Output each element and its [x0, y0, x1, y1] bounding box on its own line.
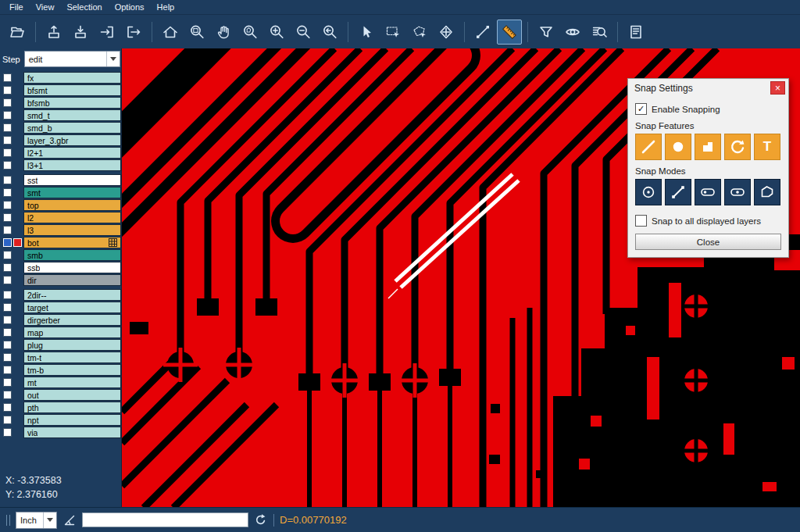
layer-name-cell[interactable]: l2 [23, 212, 121, 223]
snap-all-layers-checkbox[interactable] [635, 215, 647, 227]
layer-name-cell[interactable]: layer_3.gbr [23, 134, 121, 146]
layer-visibility-checkbox[interactable] [3, 238, 12, 247]
home-view-button[interactable] [158, 20, 183, 45]
open-folder-button[interactable] [5, 20, 30, 45]
snap-feature-arc-button[interactable] [724, 134, 751, 160]
layer-row-npt[interactable]: npt [0, 414, 121, 426]
menu-selection[interactable]: Selection [60, 2, 108, 12]
layer-visibility-checkbox[interactable] [3, 276, 12, 284]
layer-visibility-checkbox[interactable] [3, 263, 12, 272]
step-select-arrow[interactable] [106, 52, 120, 66]
snap-dialog-titlebar[interactable]: Snap Settings × [628, 79, 788, 97]
layer-row-plug[interactable]: plug [0, 339, 121, 351]
layer-visibility-checkbox[interactable] [3, 378, 12, 387]
layer-visibility-checkbox[interactable] [3, 303, 12, 312]
layer-name-cell[interactable]: target [23, 302, 121, 313]
menu-view[interactable]: View [30, 2, 61, 12]
layer-visibility-checkbox[interactable] [3, 428, 12, 437]
layer-visibility-checkbox[interactable] [3, 251, 12, 259]
layer-visibility-checkbox[interactable] [3, 86, 12, 95]
layer-row-pth[interactable]: pth [0, 402, 121, 413]
layer-name-cell[interactable]: l2+1 [23, 147, 121, 159]
layer-visibility-checkbox[interactable] [3, 341, 12, 349]
layer-name-cell[interactable]: bot [23, 237, 121, 248]
layer-visibility-checkbox[interactable] [3, 73, 12, 82]
layer-name-cell[interactable]: smd_t [23, 109, 121, 121]
layer-name-cell[interactable]: smt [23, 187, 121, 198]
layer-row-sst[interactable]: sst [0, 174, 121, 186]
layer-name-cell[interactable]: via [23, 427, 121, 438]
pan-hand-button[interactable] [211, 20, 236, 45]
snap-mode-slot-left-button[interactable] [695, 179, 721, 205]
layer-visibility-checkbox[interactable] [3, 403, 12, 412]
layer-row-fx[interactable]: fx [0, 72, 121, 84]
layer-visibility-checkbox[interactable] [3, 291, 12, 299]
layer-name-cell[interactable]: mt [23, 377, 121, 388]
snap-mode-outline-button[interactable] [754, 179, 780, 205]
menu-options[interactable]: Options [109, 2, 151, 12]
layer-visibility-checkbox[interactable] [3, 328, 12, 337]
layer-name-cell[interactable]: smb [23, 249, 121, 261]
layer-row-bot[interactable]: bot [0, 237, 121, 248]
zoom-polygon-button[interactable] [238, 20, 262, 45]
step-select[interactable]: edit [24, 51, 120, 67]
layer-visibility-checkbox[interactable] [3, 416, 12, 424]
layer-visibility-checkbox[interactable] [3, 353, 12, 362]
zoom-back-button[interactable] [317, 20, 342, 45]
visibility-button[interactable] [560, 20, 585, 45]
layer-visibility-checkbox[interactable] [3, 213, 12, 222]
enable-snapping-checkbox[interactable]: ✓ [635, 103, 647, 115]
layer-name-cell[interactable]: tm-b [23, 364, 121, 376]
layer-name-cell[interactable]: pth [23, 402, 121, 413]
layer-visibility-checkbox[interactable] [3, 98, 12, 107]
layer-row-smt[interactable]: smt [0, 187, 121, 198]
layer-row-target[interactable]: target [0, 302, 121, 313]
find-text-button[interactable] [587, 20, 612, 45]
layer-visibility-checkbox[interactable] [3, 366, 12, 374]
layer-row-out[interactable]: out [0, 389, 121, 401]
unit-select[interactable]: Inch [16, 512, 57, 529]
ruler-button[interactable] [497, 20, 522, 45]
angle-measure-icon[interactable] [62, 513, 77, 527]
layer-name-cell[interactable]: npt [23, 414, 121, 426]
layer-row-layer_3.gbr[interactable]: layer_3.gbr [0, 134, 121, 146]
layer-visibility-checkbox[interactable] [3, 123, 12, 132]
snap-feature-corner-button[interactable] [695, 134, 721, 160]
layer-row-smd_b[interactable]: smd_b [0, 122, 121, 134]
select-cursor-button[interactable] [354, 20, 379, 45]
layer-row-via[interactable]: via [0, 427, 121, 438]
layer-name-cell[interactable]: sst [23, 174, 121, 186]
measure-input[interactable] [82, 512, 248, 527]
layer-row-smd_t[interactable]: smd_t [0, 109, 121, 121]
layer-row-tm-t[interactable]: tm-t [0, 352, 121, 363]
layer-visibility-checkbox[interactable] [3, 136, 12, 145]
layer-visibility-checkbox[interactable] [3, 176, 12, 184]
layer-row-bfsmt[interactable]: bfsmt [0, 84, 121, 96]
zoom-window-button[interactable] [184, 20, 209, 45]
layer-visibility-checkbox[interactable] [3, 391, 12, 399]
layer-visibility-checkbox[interactable] [3, 188, 12, 197]
snap-feature-pad-button[interactable] [665, 134, 691, 160]
layer-visibility-checkbox[interactable] [3, 111, 12, 120]
layer-visibility-checkbox[interactable] [3, 201, 12, 209]
report-button[interactable] [623, 20, 648, 45]
snap-dialog-close-button[interactable]: Close [635, 234, 781, 250]
import-left-button[interactable] [95, 20, 120, 45]
unit-select-arrow[interactable] [43, 512, 56, 528]
layer-row-l3+1[interactable]: l3+1 [0, 159, 121, 171]
select-rectangle-button[interactable] [380, 20, 405, 45]
layer-row-tm-b[interactable]: tm-b [0, 364, 121, 376]
layer-name-cell[interactable]: l3 [23, 224, 121, 236]
layer-row-smb[interactable]: smb [0, 249, 121, 261]
zoom-out-button[interactable] [291, 20, 316, 45]
layer-visibility-checkbox[interactable] [3, 161, 12, 170]
layer-name-cell[interactable]: fx [23, 72, 121, 84]
layer-name-cell[interactable]: bfsmb [23, 97, 121, 109]
menu-file[interactable]: File [3, 2, 30, 12]
refresh-icon[interactable] [254, 513, 268, 527]
measure-point-button[interactable] [434, 20, 459, 45]
pcb-canvas[interactable]: Snap Settings × ✓ Enable Snapping Snap F… [122, 48, 800, 507]
layer-row-bfsmb[interactable]: bfsmb [0, 97, 121, 109]
layer-name-cell[interactable]: plug [23, 339, 121, 351]
filter-button[interactable] [534, 20, 559, 45]
